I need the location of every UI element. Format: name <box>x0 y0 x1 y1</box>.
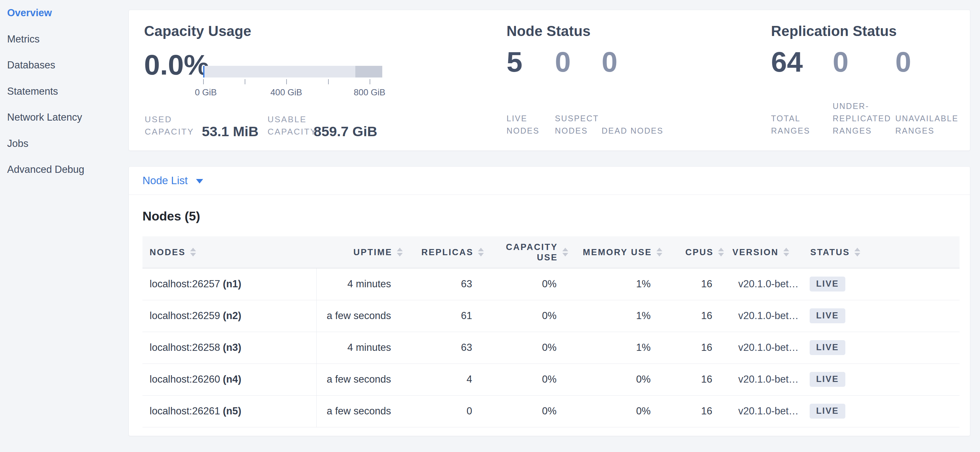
status-badge: LIVE <box>810 404 845 419</box>
sort-arrows-icon <box>562 248 568 257</box>
nodes-count-heading: Nodes (5) <box>142 209 970 224</box>
capacity-use-cell: 0% <box>485 395 570 427</box>
status-badge: LIVE <box>810 308 845 323</box>
memory-use-cell: 1% <box>570 300 663 332</box>
sidebar-item-overview[interactable]: Overview <box>0 0 123 26</box>
sort-arrows-icon <box>397 248 403 257</box>
capacity-axis-labels: 0 GiB 400 GiB 800 GiB <box>203 87 382 98</box>
sidebar-item-statements[interactable]: Statements <box>0 78 123 105</box>
unavailable-ranges-stat: 0 UNAVAILABLE RANGES <box>895 46 966 137</box>
status-cell: LIVE <box>803 268 959 300</box>
used-capacity-label: USED CAPACITY <box>145 113 202 138</box>
node-list-dropdown[interactable]: Node List <box>142 174 203 187</box>
status-badge: LIVE <box>810 372 845 387</box>
status-badge: LIVE <box>810 277 845 292</box>
column-header-cpus[interactable]: CPUS <box>663 236 725 268</box>
sort-arrows-icon <box>783 248 789 257</box>
capacity-bar-used-marker <box>203 66 204 78</box>
chevron-down-icon <box>196 179 203 184</box>
usable-capacity-label: USABLE CAPACITY <box>267 113 313 138</box>
node-status-stats: 5 LIVE NODES 0 SUSPECT NODES 0 DEAD NODE… <box>507 46 667 137</box>
nodes-table: NODESUPTIMEREPLICASCAPACITY USEMEMORY US… <box>142 236 956 427</box>
capacity-axis-ticks <box>203 79 382 85</box>
version-cell: v20.1.0-bet… <box>725 363 803 395</box>
used-capacity-value: 53.1 MiB <box>202 125 258 138</box>
axis-label-0: 0 GiB <box>195 87 217 98</box>
capacity-bar-other-segment <box>355 66 382 78</box>
cpus-cell: 16 <box>663 268 725 300</box>
sort-arrows-icon <box>718 248 724 257</box>
uptime-cell: 4 minutes <box>317 268 404 300</box>
usable-capacity-value: 859.7 GiB <box>313 125 377 138</box>
node-address-cell[interactable]: localhost:26261 (n5) <box>142 395 317 427</box>
status-cell: LIVE <box>803 363 959 395</box>
version-cell: v20.1.0-bet… <box>725 268 803 300</box>
capacity-use-cell: 0% <box>485 363 570 395</box>
column-header-capacity-use[interactable]: CAPACITY USE <box>485 236 570 268</box>
memory-use-cell: 0% <box>570 363 663 395</box>
table-header-row: NODESUPTIMEREPLICASCAPACITY USEMEMORY US… <box>142 236 959 268</box>
status-cell: LIVE <box>803 395 959 427</box>
node-status-panel: Node Status 5 LIVE NODES 0 SUSPECT NODES… <box>507 10 763 151</box>
uptime-cell: a few seconds <box>317 363 404 395</box>
table-row[interactable]: localhost:26258 (n3)4 minutes630%1%16v20… <box>142 332 959 363</box>
sidebar-item-jobs[interactable]: Jobs <box>0 131 123 157</box>
cpus-cell: 16 <box>663 363 725 395</box>
column-header-memory-use[interactable]: MEMORY USE <box>570 236 663 268</box>
dead-nodes-stat: 0 DEAD NODES <box>601 46 667 137</box>
suspect-nodes-stat: 0 SUSPECT NODES <box>555 46 601 137</box>
table-row[interactable]: localhost:26259 (n2)a few seconds610%1%1… <box>142 300 959 332</box>
uptime-cell: 4 minutes <box>317 332 404 363</box>
view-selector-row: Node List <box>129 167 970 195</box>
column-header-status[interactable]: STATUS <box>803 236 959 268</box>
version-cell: v20.1.0-bet… <box>725 332 803 363</box>
table-row[interactable]: localhost:26260 (n4)a few seconds40%0%16… <box>142 363 959 395</box>
replication-status-title: Replication Status <box>771 23 897 39</box>
capacity-usage-panel: Capacity Usage 0.0% 0 GiB 400 GiB 800 Gi… <box>144 10 504 151</box>
sidebar-item-network-latency[interactable]: Network Latency <box>0 105 123 131</box>
table-row[interactable]: localhost:26261 (n5)a few seconds00%0%16… <box>142 395 959 427</box>
node-address-cell[interactable]: localhost:26259 (n2) <box>142 300 317 332</box>
status-cell: LIVE <box>803 332 959 363</box>
memory-use-cell: 1% <box>570 332 663 363</box>
column-header-nodes[interactable]: NODES <box>142 236 317 268</box>
version-cell: v20.1.0-bet… <box>725 300 803 332</box>
column-header-replicas[interactable]: REPLICAS <box>404 236 485 268</box>
node-address-cell[interactable]: localhost:26257 (n1) <box>142 268 317 300</box>
replicas-cell: 61 <box>404 300 485 332</box>
capacity-usage-title: Capacity Usage <box>144 23 251 39</box>
node-address-cell[interactable]: localhost:26260 (n4) <box>142 363 317 395</box>
column-header-uptime[interactable]: UPTIME <box>317 236 404 268</box>
uptime-cell: a few seconds <box>317 395 404 427</box>
version-cell: v20.1.0-bet… <box>725 395 803 427</box>
replication-status-panel: Replication Status 64 TOTAL RANGES 0 UND… <box>771 10 966 151</box>
cluster-overview-card: Capacity Usage 0.0% 0 GiB 400 GiB 800 Gi… <box>129 10 970 151</box>
capacity-metrics: USED CAPACITY 53.1 MiB USABLE CAPACITY 8… <box>145 113 386 138</box>
capacity-used-percent: 0.0% <box>144 48 209 81</box>
nodes-table-body: localhost:26257 (n1)4 minutes630%1%16v20… <box>142 268 959 427</box>
sort-arrows-icon <box>190 248 196 257</box>
capacity-bar: 0 GiB 400 GiB 800 GiB <box>203 66 382 98</box>
replication-stats: 64 TOTAL RANGES 0 UNDER-REPLICATED RANGE… <box>771 46 966 137</box>
node-list-card: Node List Nodes (5) NODESUPTIMEREPLICASC… <box>129 167 970 436</box>
uptime-cell: a few seconds <box>317 300 404 332</box>
replicas-cell: 63 <box>404 268 485 300</box>
node-address-cell[interactable]: localhost:26258 (n3) <box>142 332 317 363</box>
sidebar-item-advanced-debug[interactable]: Advanced Debug <box>0 157 123 183</box>
memory-use-cell: 0% <box>570 395 663 427</box>
sort-arrows-icon <box>478 248 484 257</box>
sidebar-item-databases[interactable]: Databases <box>0 52 123 78</box>
column-header-version[interactable]: VERSION <box>725 236 803 268</box>
axis-label-400: 400 GiB <box>270 87 302 98</box>
status-badge: LIVE <box>810 340 845 355</box>
sidebar-item-metrics[interactable]: Metrics <box>0 26 123 52</box>
table-row[interactable]: localhost:26257 (n1)4 minutes630%1%16v20… <box>142 268 959 300</box>
capacity-use-cell: 0% <box>485 332 570 363</box>
sidebar: OverviewMetricsDatabasesStatementsNetwor… <box>0 0 123 183</box>
axis-label-800: 800 GiB <box>354 87 385 98</box>
replicas-cell: 4 <box>404 363 485 395</box>
capacity-use-cell: 0% <box>485 268 570 300</box>
sort-arrows-icon <box>657 248 662 257</box>
capacity-use-cell: 0% <box>485 300 570 332</box>
capacity-bar-track <box>203 66 382 78</box>
